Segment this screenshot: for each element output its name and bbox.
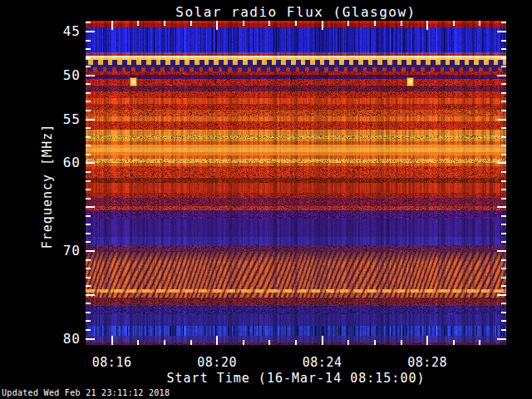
y-tick-label: 55 [37, 112, 81, 127]
update-timestamp: Updated Wed Feb 21 23:11:12 2018 [2, 388, 170, 397]
y-tick-label: 50 [37, 68, 81, 83]
x-tick-label: 08:16 [86, 355, 139, 370]
y-tick-label: 80 [37, 332, 81, 347]
spectrogram-heatmap [86, 21, 506, 345]
y-axis-label: Frequency [MHz] [40, 124, 55, 249]
x-axis-label: Start Time (16-Mar-14 08:15:00) [86, 371, 506, 386]
y-tick-label: 70 [37, 244, 81, 259]
x-tick-label: 08:28 [401, 355, 454, 370]
y-tick-label: 45 [37, 24, 81, 39]
spectrogram-window: Solar radio Flux (Glasgow) Frequency [MH… [0, 0, 532, 399]
page-title: Solar radio Flux (Glasgow) [86, 4, 506, 20]
x-tick-label: 08:24 [296, 355, 349, 370]
x-tick-label: 08:20 [190, 355, 244, 370]
y-tick-label: 60 [37, 155, 81, 170]
